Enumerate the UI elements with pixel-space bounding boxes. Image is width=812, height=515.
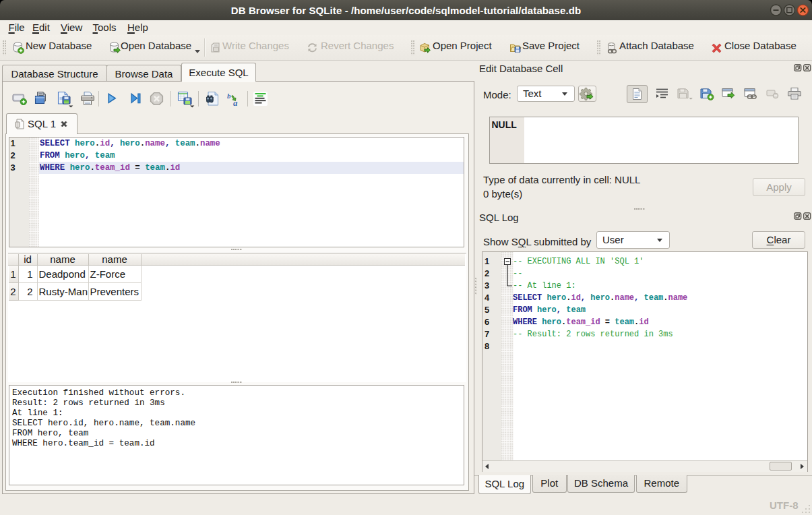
svg-text:b: b (227, 92, 231, 100)
